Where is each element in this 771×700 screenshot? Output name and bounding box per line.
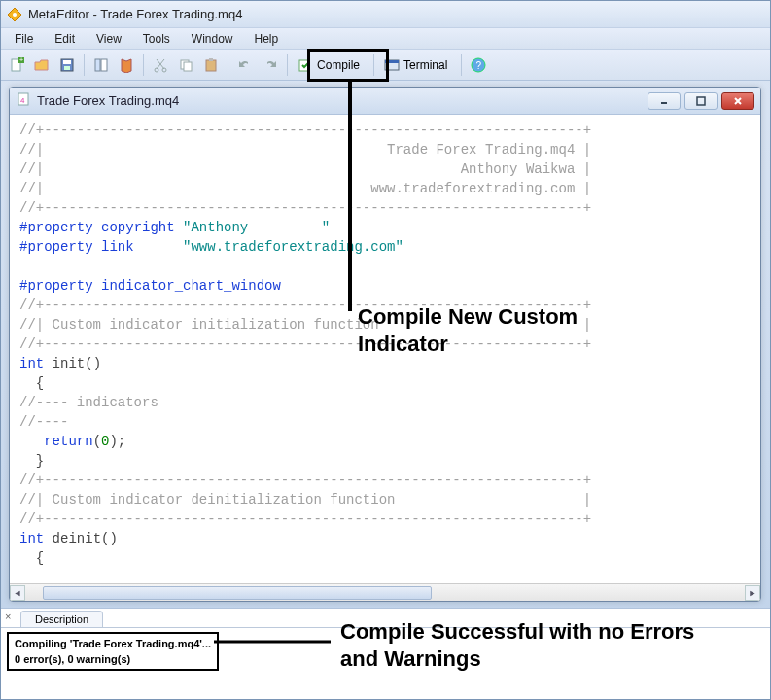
- annotation-compile: Compile New Custom Indicator: [358, 303, 649, 358]
- annotation-success: Compile Successful with no Errors and Wa…: [340, 618, 729, 673]
